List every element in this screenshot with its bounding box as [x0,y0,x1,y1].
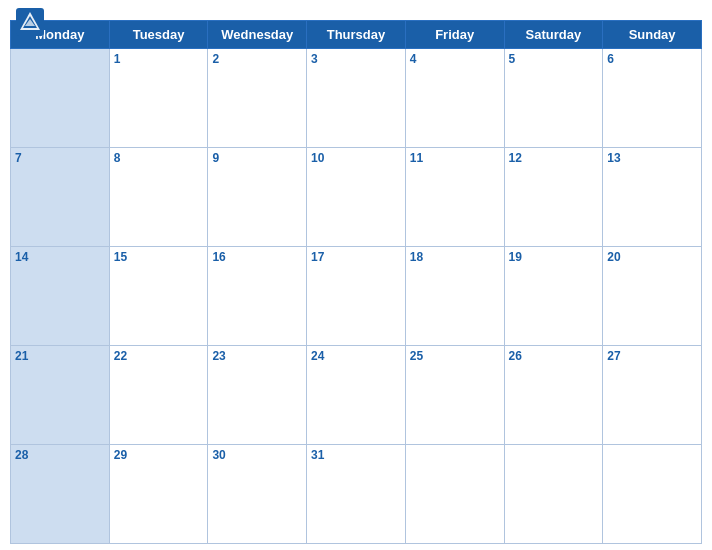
calendar-tbody: 1234567891011121314151617181920212223242… [11,49,702,544]
calendar-cell: 18 [405,247,504,346]
calendar-cell: 17 [307,247,406,346]
calendar-cell: 2 [208,49,307,148]
calendar-cell: 14 [11,247,110,346]
day-number: 27 [607,349,620,363]
calendar-cell: 22 [109,346,208,445]
day-number: 10 [311,151,324,165]
calendar-cell: 27 [603,346,702,445]
calendar-cell: 15 [109,247,208,346]
calendar-week-5: 28293031 [11,445,702,544]
calendar-cell: 20 [603,247,702,346]
calendar-thead: MondayTuesdayWednesdayThursdayFridaySatu… [11,21,702,49]
day-number: 11 [410,151,423,165]
day-number: 15 [114,250,127,264]
weekday-header-friday: Friday [405,21,504,49]
weekday-header-row: MondayTuesdayWednesdayThursdayFridaySatu… [11,21,702,49]
day-number: 13 [607,151,620,165]
calendar-header [0,0,712,14]
calendar-cell: 12 [504,148,603,247]
calendar-cell: 6 [603,49,702,148]
weekday-header-saturday: Saturday [504,21,603,49]
calendar-cell [11,49,110,148]
day-number: 2 [212,52,219,66]
calendar-cell: 19 [504,247,603,346]
day-number: 14 [15,250,28,264]
day-number: 7 [15,151,22,165]
calendar-cell: 1 [109,49,208,148]
calendar-table: MondayTuesdayWednesdayThursdayFridaySatu… [10,20,702,544]
calendar-cell: 23 [208,346,307,445]
calendar-week-1: 123456 [11,49,702,148]
day-number: 21 [15,349,28,363]
weekday-header-sunday: Sunday [603,21,702,49]
day-number: 20 [607,250,620,264]
day-number: 12 [509,151,522,165]
calendar-cell [504,445,603,544]
calendar-week-2: 78910111213 [11,148,702,247]
calendar-cell: 28 [11,445,110,544]
calendar-cell: 16 [208,247,307,346]
calendar-cell: 10 [307,148,406,247]
day-number: 17 [311,250,324,264]
calendar-cell: 13 [603,148,702,247]
calendar-week-3: 14151617181920 [11,247,702,346]
day-number: 30 [212,448,225,462]
weekday-header-wednesday: Wednesday [208,21,307,49]
day-number: 6 [607,52,614,66]
calendar-cell: 25 [405,346,504,445]
day-number: 1 [114,52,121,66]
calendar-cell [405,445,504,544]
calendar-cell: 30 [208,445,307,544]
day-number: 22 [114,349,127,363]
day-number: 16 [212,250,225,264]
day-number: 18 [410,250,423,264]
calendar-cell: 7 [11,148,110,247]
day-number: 23 [212,349,225,363]
calendar-cell: 26 [504,346,603,445]
calendar-cell: 8 [109,148,208,247]
calendar-cell: 21 [11,346,110,445]
day-number: 3 [311,52,318,66]
day-number: 26 [509,349,522,363]
calendar-cell [603,445,702,544]
logo [16,8,48,36]
calendar-cell: 29 [109,445,208,544]
day-number: 19 [509,250,522,264]
day-number: 29 [114,448,127,462]
day-number: 25 [410,349,423,363]
day-number: 8 [114,151,121,165]
day-number: 31 [311,448,324,462]
day-number: 4 [410,52,417,66]
calendar-cell: 31 [307,445,406,544]
calendar-week-4: 21222324252627 [11,346,702,445]
day-number: 28 [15,448,28,462]
weekday-header-thursday: Thursday [307,21,406,49]
calendar-cell: 3 [307,49,406,148]
calendar-cell: 4 [405,49,504,148]
day-number: 24 [311,349,324,363]
logo-icon [16,8,44,36]
calendar-cell: 9 [208,148,307,247]
day-number: 9 [212,151,219,165]
weekday-header-tuesday: Tuesday [109,21,208,49]
calendar-cell: 24 [307,346,406,445]
calendar-cell: 11 [405,148,504,247]
day-number: 5 [509,52,516,66]
calendar-container: MondayTuesdayWednesdayThursdayFridaySatu… [0,0,712,550]
calendar-cell: 5 [504,49,603,148]
